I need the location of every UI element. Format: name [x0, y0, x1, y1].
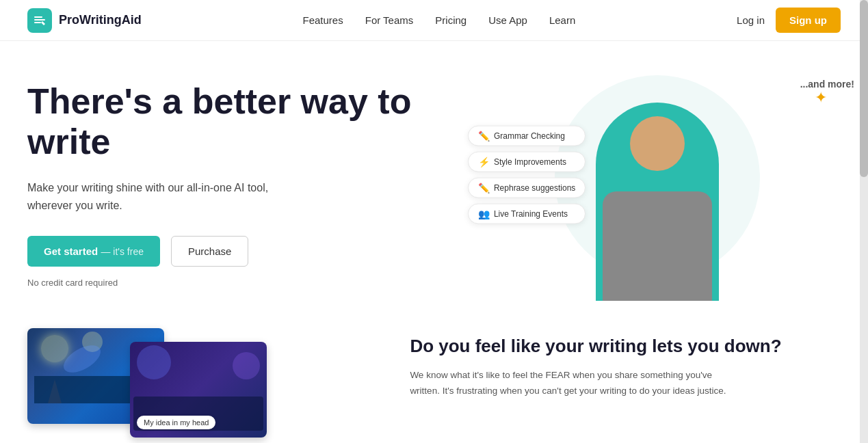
chip-style: ⚡ Style Improvements	[468, 152, 586, 172]
purchase-button[interactable]: Purchase	[171, 236, 248, 267]
chip-grammar-label: Grammar Checking	[494, 131, 565, 141]
chip-rephrase: ✏️ Rephrase suggestions	[468, 178, 586, 198]
hero-buttons: Get started — it's free Purchase	[27, 236, 447, 267]
second-section-right: Do you feel like your writing lets you d…	[410, 328, 841, 399]
section-description: We know what it's like to feel the FEAR …	[410, 368, 738, 399]
hero-person	[589, 96, 726, 301]
no-credit-card-text: No credit card required	[27, 278, 447, 288]
nav-links: Features For Teams Pricing Use App Learn	[303, 14, 576, 26]
painting-area: My idea in my head	[27, 328, 369, 438]
person-shape	[596, 103, 719, 301]
scrollbar[interactable]	[860, 0, 868, 443]
svg-rect-1	[34, 19, 45, 21]
hero-section: There's a better way to write Make your …	[0, 41, 868, 314]
feature-chips: ✏️ Grammar Checking ⚡ Style Improvements…	[468, 126, 586, 224]
nav-for-teams[interactable]: For Teams	[365, 14, 414, 26]
rephrase-icon: ✏️	[478, 183, 490, 193]
painting-card-2: My idea in my head	[130, 342, 267, 438]
chip-rephrase-label: Rephrase suggestions	[494, 183, 575, 193]
thought-bubble: My idea in my head	[137, 416, 215, 429]
svg-rect-2	[34, 22, 41, 23]
navbar: ProWritingAid Features For Teams Pricing…	[0, 0, 868, 41]
svg-rect-0	[34, 16, 42, 18]
login-button[interactable]: Log in	[737, 14, 765, 26]
logo-text: ProWritingAid	[59, 13, 142, 27]
chip-style-label: Style Improvements	[494, 157, 566, 167]
logo[interactable]: ProWritingAid	[27, 8, 142, 33]
chip-training-label: Live Training Events	[494, 209, 568, 219]
sparkle-icon: ✦	[815, 89, 827, 107]
nav-use-app[interactable]: Use App	[488, 14, 527, 26]
nav-pricing[interactable]: Pricing	[435, 14, 466, 26]
logo-icon	[27, 8, 52, 33]
person-face	[630, 116, 685, 171]
signup-button[interactable]: Sign up	[776, 8, 841, 33]
section-title: Do you feel like your writing lets you d…	[410, 335, 841, 358]
hero-left: There's a better way to write Make your …	[27, 81, 475, 288]
chip-training: 👥 Live Training Events	[468, 204, 586, 224]
hero-illustration: ...and more! ✦ ✏️ Grammar Checking ⚡ Sty…	[475, 68, 841, 301]
scrollbar-thumb[interactable]	[860, 0, 868, 177]
hero-subtitle: Make your writing shine with our all-in-…	[27, 179, 315, 214]
get-started-button[interactable]: Get started — it's free	[27, 236, 160, 267]
chip-grammar: ✏️ Grammar Checking	[468, 126, 586, 146]
person-body	[603, 191, 712, 301]
grammar-icon: ✏️	[478, 131, 490, 142]
hero-title: There's a better way to write	[27, 81, 447, 163]
nav-actions: Log in Sign up	[737, 8, 841, 33]
training-icon: 👥	[478, 209, 490, 219]
nav-features[interactable]: Features	[303, 14, 343, 26]
style-icon: ⚡	[478, 157, 490, 167]
free-label: — it's free	[101, 246, 144, 257]
second-section: My idea in my head Do you feel like your…	[0, 314, 868, 438]
nav-learn[interactable]: Learn	[549, 14, 575, 26]
and-more-label: ...and more!	[800, 79, 854, 90]
